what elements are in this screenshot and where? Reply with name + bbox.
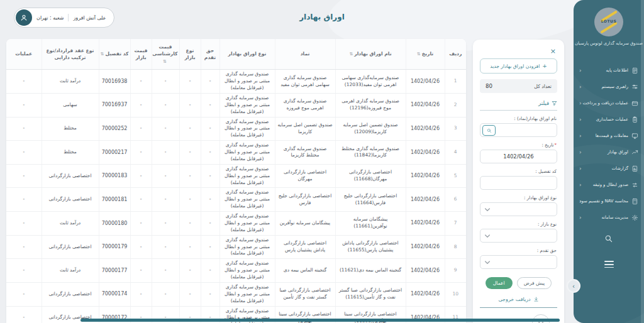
sidebar-item[interactable]: محاسبه NAV و تقسیم سود‹ <box>574 193 644 209</box>
table-cell: - <box>179 93 201 117</box>
export-link[interactable]: دریافت خروجی <box>480 297 557 308</box>
sort-icon[interactable]: ⇅ <box>101 51 104 58</box>
lotus-logo: LOTUS <box>594 8 623 36</box>
menu-icon[interactable] <box>574 261 644 268</box>
column-header[interactable]: قیمت کارشناسی⇅ <box>152 39 179 70</box>
chevron-left-icon: ‹ <box>579 117 582 123</box>
table-cell: - <box>201 70 219 94</box>
sidebar-item-label: معاملات و قیمت‌ها <box>596 133 628 138</box>
table-cell: - <box>6 188 42 212</box>
table-cell: صندوق تضمین اصل سرمایه کاریزما(12009) <box>335 117 406 141</box>
detail-code-cell: 70000181 <box>99 188 130 212</box>
table-cell: صندوق سرمایه گذاری سهامی اهرمی توان مفید <box>275 70 335 94</box>
date-cell: 1402/04/26 <box>406 259 445 283</box>
payments-icon <box>631 100 638 107</box>
sidebar-item[interactable]: گزارشات‹ <box>574 160 644 177</box>
detail-code-input[interactable] <box>480 176 557 190</box>
chevron-down-icon <box>485 234 490 238</box>
table-cell: - <box>152 93 179 117</box>
table-row: 81402/04/26اختصاصی بازارگردانی پاداش پشت… <box>6 235 466 259</box>
table-cell: اختصاصی بازارگردانی مهرگان(11668) <box>335 164 406 188</box>
sidebar-item[interactable]: صدور ابطال و وثیقه‹ <box>574 177 644 193</box>
sidebar-item-label: مدیریت سامانه <box>601 215 628 220</box>
sidebar-search-button[interactable] <box>574 234 644 243</box>
table-cell: - <box>130 259 152 283</box>
column-header[interactable]: نام اوراق بهادار⇅ <box>335 39 406 70</box>
table-cell: - <box>6 282 42 306</box>
close-icon[interactable]: × <box>549 47 557 56</box>
base-info-icon <box>631 67 638 74</box>
table-cell: - <box>201 93 219 117</box>
row-number: 6 <box>445 188 466 212</box>
table-cell: صندوق سرمایه گذاری مبتنی بر صدور و ابطال… <box>219 212 275 236</box>
detail-code-cell: 70016938 <box>99 70 130 94</box>
table-cell: - <box>201 117 219 141</box>
table-cell: - <box>6 93 42 117</box>
table-cell: پیشگامان سرمایه نوآفرین(11661) <box>335 212 406 236</box>
column-header[interactable]: تاریخ⇅ <box>406 39 445 70</box>
table-cell: - <box>6 212 42 236</box>
chevron-left-icon: ‹ <box>579 84 582 90</box>
table-cell: اختصاصی بازارگردانی <box>42 282 99 306</box>
sort-icon[interactable]: ⇅ <box>163 58 167 65</box>
table-cell: مختلط <box>42 117 99 141</box>
table-cell: - <box>152 117 179 141</box>
date-cell: 1402/04/26 <box>406 117 445 141</box>
table-cell: - <box>201 235 219 259</box>
table-cell: - <box>152 235 179 259</box>
divider <box>68 14 69 21</box>
table-cell: صندوق سرمایه گذاری مبتنی بر صدور و ابطال… <box>219 188 275 212</box>
sort-icon[interactable]: ⇅ <box>349 51 353 58</box>
sidebar-item[interactable]: مدیریت سامانه‹ <box>574 209 644 226</box>
sidebar-collapse-button[interactable]: › <box>567 279 580 293</box>
user-pill[interactable]: علی آتش افروز شعبه : تهران <box>14 8 114 28</box>
table-row: 41402/04/26صندوق سرمایه گذاری مختلط کاری… <box>6 141 466 165</box>
sidebar-item[interactable]: عملیات حسابداری‹ <box>574 111 644 128</box>
sidebar-item[interactable]: اوراق بهادار‹ <box>574 144 644 160</box>
default-button[interactable]: پیش فرض <box>517 277 552 289</box>
table-cell: - <box>201 164 219 188</box>
download-icon <box>533 297 539 302</box>
system-admin-icon <box>631 84 638 90</box>
market-type-select[interactable] <box>480 229 557 243</box>
table-cell: سهامی <box>42 93 99 117</box>
search-button[interactable] <box>482 125 496 136</box>
person-icon <box>19 13 28 22</box>
total-count-bar: تعداد کل 80 <box>480 79 557 93</box>
sort-icon[interactable]: ⇅ <box>417 51 421 58</box>
table-cell: صندوق سرمایه گذاری مختلط کاریزما <box>275 141 335 165</box>
chevron-left-icon: ‹ <box>579 133 582 139</box>
sidebar-item-label: صدور ابطال و وثیقه <box>593 182 628 187</box>
sidebar-item[interactable]: معاملات و قیمت‌ها‹ <box>574 128 644 144</box>
table-cell: - <box>6 235 42 259</box>
horizontal-scrollbar[interactable] <box>80 319 560 322</box>
table-cell: درآمد ثابت <box>42 212 99 236</box>
date-input[interactable]: 1402/04/26 <box>480 150 557 163</box>
issuance-icon <box>631 182 638 189</box>
row-number: 10 <box>445 282 466 306</box>
rights-select[interactable] <box>480 255 557 269</box>
user-name: علی آتش افروز <box>73 15 106 21</box>
table-cell: اختصاصی بازارگردانی <box>42 188 99 212</box>
table-cell: صندوق سرمایه گذاری مبتنی بر صدور و ابطال… <box>219 141 275 165</box>
table-cell: - <box>6 70 42 94</box>
add-security-button[interactable]: + افزودن اوراق بهادار جدید <box>480 58 557 74</box>
apply-button[interactable]: اعمال <box>486 277 513 289</box>
security-name-input[interactable] <box>480 123 557 137</box>
table-cell: - <box>179 164 201 188</box>
sidebar-item[interactable]: اطلاعات پایه‹ <box>574 62 644 79</box>
securities-table: ردیفتاریخ⇅نام اوراق بهادار⇅نمادنوع اوراق… <box>6 39 466 323</box>
detail-code-cell: 70000179 <box>99 235 130 259</box>
table-cell: اختصاصی بازارگردانی صبا گستر نفت و گاز ت… <box>335 282 406 306</box>
detail-code-cell: 70016937 <box>99 93 130 117</box>
table-row: 31402/04/26صندوق تضمین اصل سرمایه کاریزم… <box>6 117 466 141</box>
table-cell: - <box>179 70 201 94</box>
sidebar-item[interactable]: راهبری سیستم‹ <box>574 79 644 95</box>
sidebar-item[interactable]: عملیات دریافت و پرداخت‹ <box>574 95 644 111</box>
table-cell: - <box>179 141 201 165</box>
column-header: ردیف <box>445 39 466 70</box>
table-cell: - <box>201 188 219 212</box>
security-type-select[interactable] <box>480 202 557 216</box>
column-header[interactable]: کد تفصیل⇅ <box>99 39 130 70</box>
securities-icon <box>631 149 638 156</box>
